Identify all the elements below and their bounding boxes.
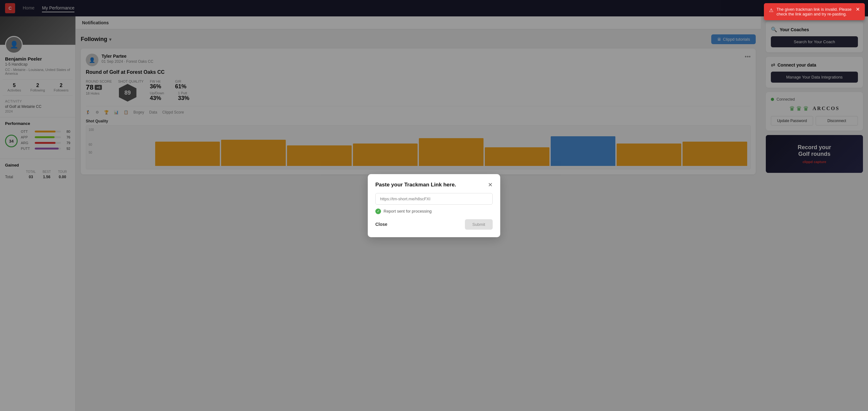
error-toast: ⚠ The given trackman link is invalid. Pl…: [764, 3, 865, 20]
success-text: Report sent for processing: [383, 209, 432, 214]
modal-success-message: ✓ Report sent for processing: [375, 209, 493, 214]
modal-header: Paste your Trackman Link here. ✕: [375, 182, 493, 188]
warning-icon: ⚠: [769, 7, 773, 13]
modal-submit-button[interactable]: Submit: [465, 219, 493, 230]
trackman-modal: Paste your Trackman Link here. ✕ ✓ Repor…: [368, 174, 500, 237]
success-check-icon: ✓: [375, 209, 381, 214]
trackman-link-input[interactable]: [375, 193, 493, 205]
modal-overlay[interactable]: Paste your Trackman Link here. ✕ ✓ Repor…: [0, 0, 868, 411]
toast-close-button[interactable]: ✕: [856, 7, 860, 12]
modal-close-icon[interactable]: ✕: [488, 182, 493, 188]
toast-message: The given trackman link is invalid. Plea…: [777, 7, 852, 17]
modal-title: Paste your Trackman Link here.: [375, 182, 456, 188]
modal-close-button[interactable]: Close: [375, 222, 387, 227]
modal-footer: Close Submit: [375, 219, 493, 230]
